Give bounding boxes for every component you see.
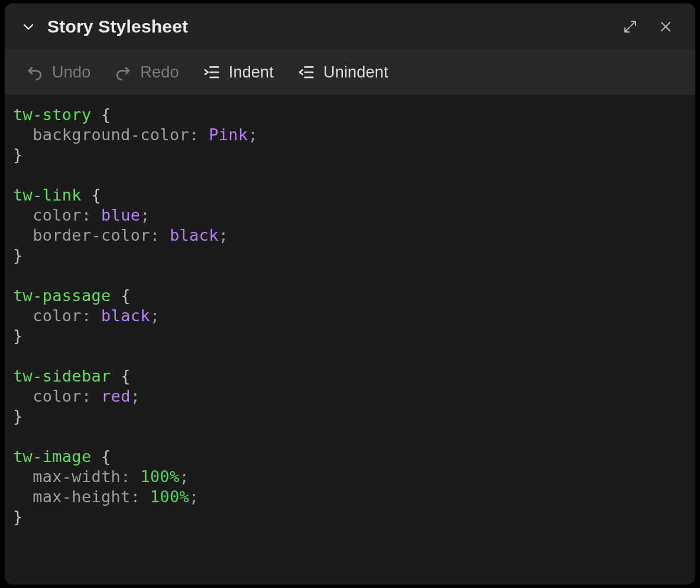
collapse-toggle[interactable] [21, 20, 35, 34]
indent-button[interactable]: Indent [203, 63, 274, 82]
toolbar: Undo Redo Indent Unin [5, 50, 695, 95]
undo-button[interactable]: Undo [26, 63, 90, 82]
undo-icon [26, 63, 44, 81]
indent-icon [203, 63, 221, 81]
svg-line-0 [631, 22, 635, 26]
close-button[interactable] [654, 15, 678, 38]
unindent-button[interactable]: Unindent [297, 63, 388, 82]
indent-label: Indent [229, 63, 274, 82]
panel-title: Story Stylesheet [47, 17, 188, 37]
undo-label: Undo [52, 63, 90, 82]
title-bar: Story Stylesheet [5, 4, 695, 50]
expand-icon [623, 20, 637, 34]
unindent-icon [297, 63, 315, 81]
expand-button[interactable] [618, 15, 642, 38]
chevron-down-icon [21, 20, 35, 34]
redo-icon [114, 63, 132, 81]
svg-line-1 [626, 27, 630, 31]
redo-button[interactable]: Redo [114, 63, 179, 82]
stylesheet-panel: Story Stylesheet Undo [5, 4, 695, 584]
close-icon [659, 20, 673, 34]
redo-label: Redo [140, 63, 179, 82]
code-editor[interactable]: tw-story { background-color: Pink; } tw-… [5, 95, 695, 584]
unindent-label: Unindent [323, 63, 388, 82]
